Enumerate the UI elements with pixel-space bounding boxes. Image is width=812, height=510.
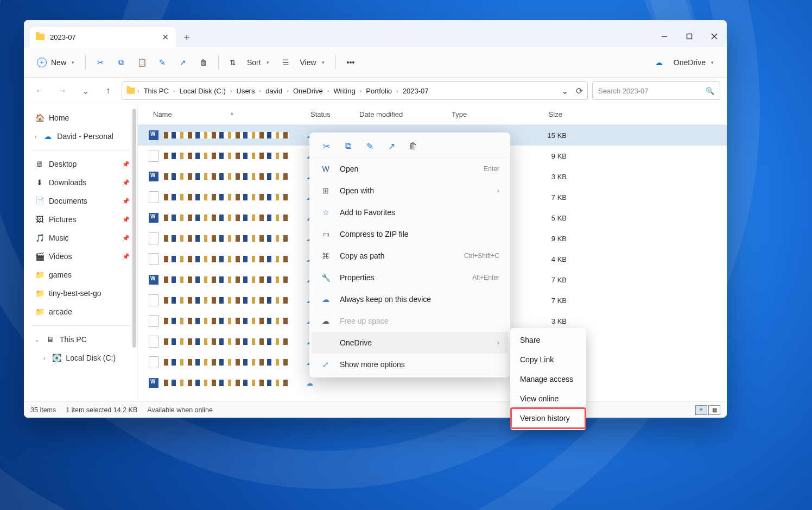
sidebar-item-tiny-best-set-go[interactable]: 📁tiny-best-set-go (31, 284, 130, 303)
forward-button[interactable]: → (53, 81, 72, 100)
breadcrumb-segment[interactable]: This PC (142, 86, 171, 96)
column-status[interactable]: Status (306, 110, 355, 118)
word-doc-icon (149, 130, 158, 140)
view-icon: ☰ (282, 58, 289, 67)
tab-active[interactable]: 2023-07 ✕ (29, 27, 176, 47)
ctx-open-with[interactable]: ⊞Open with› (312, 180, 508, 202)
close-window-button[interactable] (702, 26, 727, 47)
column-name[interactable]: Name (149, 110, 306, 118)
cloud-icon: ☁ (655, 58, 663, 67)
new-tab-button[interactable]: ＋ (176, 27, 198, 47)
address-bar[interactable]: › This PC› Local Disk (C:)› Users› david… (122, 81, 588, 100)
copy-button[interactable]: ⧉ (112, 53, 130, 72)
sidebar-item-arcade[interactable]: 📁arcade (31, 303, 130, 321)
onedrive-submenu: ShareCopy LinkManage accessView onlineVe… (510, 328, 586, 430)
submenu-view-online[interactable]: View online (512, 389, 584, 408)
sidebar-scrollbar[interactable] (132, 109, 136, 348)
redacted-filename (164, 235, 289, 242)
file-icon (149, 356, 158, 368)
sidebar-this-pc[interactable]: ⌄🖥This PC (31, 330, 130, 349)
ctx-compress-zip[interactable]: ▭Compress to ZIP file (312, 223, 508, 245)
sidebar-item-music[interactable]: 🎵Music📌 (31, 229, 130, 247)
star-icon: ☆ (320, 208, 331, 217)
sidebar-personal[interactable]: ›☁David - Personal (31, 127, 130, 146)
delete-icon[interactable]: 🗑 (407, 140, 419, 152)
submenu-manage-access[interactable]: Manage access (512, 369, 584, 389)
column-type[interactable]: Type (447, 110, 523, 118)
breadcrumb-segment[interactable]: david (263, 86, 284, 96)
ctx-open[interactable]: WOpenEnter (312, 158, 508, 180)
search-input[interactable]: Search 2023-07 🔍 (592, 81, 720, 100)
ctx-add-favorites[interactable]: ☆Add to Favorites (312, 202, 508, 223)
sidebar-item-downloads[interactable]: ⬇Downloads📌 (31, 173, 130, 192)
up-button[interactable]: ↑ (99, 81, 117, 100)
breadcrumb-segment[interactable]: Local Disk (C:) (177, 86, 228, 96)
sidebar-item-documents[interactable]: 📄Documents📌 (31, 192, 130, 210)
rename-icon[interactable]: ✎ (364, 140, 376, 152)
ctx-free-space: ☁Free up space (312, 310, 508, 332)
share-icon[interactable]: ↗ (385, 140, 397, 152)
submenu-share[interactable]: Share (512, 330, 584, 350)
ctx-properties[interactable]: 🔧PropertiesAlt+Enter (312, 267, 508, 288)
name-cell (149, 356, 306, 368)
recent-dropdown[interactable]: ⌄ (76, 81, 94, 100)
breadcrumb-segment[interactable]: Portfolio (364, 86, 394, 96)
file-icon (149, 336, 158, 348)
cut-icon[interactable]: ✂ (320, 140, 332, 152)
rename-button[interactable]: ✎ (153, 53, 172, 72)
address-dropdown-icon[interactable]: ⌄ (561, 86, 568, 96)
columns-header[interactable]: Name Status Date modified Type Size (138, 104, 727, 125)
sidebar-home[interactable]: 🏠Home (31, 109, 130, 127)
breadcrumb-segment[interactable]: Users (234, 86, 257, 96)
details-view-button[interactable]: ≡ (695, 405, 707, 415)
word-doc-icon (149, 172, 158, 181)
new-button[interactable]: + New▾ (31, 53, 80, 72)
minimize-button[interactable] (652, 26, 677, 47)
file-icon (149, 150, 158, 162)
submenu-copy-link[interactable]: Copy Link (512, 350, 584, 369)
sidebar-item-pictures[interactable]: 🖼Pictures📌 (31, 210, 130, 229)
size-cell: 15 KB (523, 131, 567, 140)
cut-button[interactable]: ✂ (91, 53, 110, 72)
submenu-version-history[interactable]: Version history (512, 408, 584, 428)
name-cell (149, 294, 306, 306)
view-toggle[interactable]: ≡ ▦ (695, 405, 720, 415)
back-button[interactable]: ← (30, 81, 49, 100)
column-size[interactable]: Size (523, 110, 567, 118)
copy-icon[interactable]: ⧉ (342, 140, 354, 152)
sidebar-item-desktop[interactable]: 🖥Desktop📌 (31, 155, 130, 173)
maximize-button[interactable] (677, 26, 702, 47)
column-date-modified[interactable]: Date modified (355, 110, 447, 118)
sort-button[interactable]: ⇅ Sort▾ (224, 53, 275, 72)
name-cell (149, 150, 306, 162)
view-button[interactable]: ☰ View▾ (277, 53, 330, 72)
ctx-keep-device[interactable]: ☁Always keep on this device (312, 288, 508, 310)
ctx-copy-path[interactable]: ⌘Copy as pathCtrl+Shift+C (312, 245, 508, 267)
ctx-onedrive[interactable]: OneDrive› (312, 332, 508, 354)
thumbnails-view-button[interactable]: ▦ (708, 405, 720, 415)
breadcrumb-segment[interactable]: OneDrive (291, 86, 325, 96)
breadcrumb-segment[interactable]: 2023-07 (401, 86, 431, 96)
pin-icon: 📌 (122, 235, 130, 242)
tab-close-button[interactable]: ✕ (161, 32, 169, 42)
status-bar: 35 items 1 item selected 14.2 KB Availab… (24, 401, 727, 418)
pin-icon: 📌 (122, 198, 130, 205)
onedrive-button[interactable]: ☁ OneDrive▾ (650, 53, 719, 72)
sort-icon: ⇅ (230, 58, 236, 67)
share-button[interactable]: ↗ (174, 53, 192, 72)
sidebar-local-disk[interactable]: ›💽Local Disk (C:) (31, 349, 130, 367)
more-button[interactable]: ••• (341, 53, 360, 72)
refresh-button[interactable]: ⟳ (576, 86, 583, 96)
monitor-icon: 🖥 (46, 335, 55, 344)
folder-icon: 🎵 (35, 234, 45, 242)
ctx-show-more[interactable]: ⤢Show more options (312, 354, 508, 375)
sidebar-item-games[interactable]: 📁games (31, 266, 130, 284)
redacted-filename (164, 153, 289, 159)
delete-button[interactable]: 🗑 (194, 53, 213, 72)
pin-icon: 📌 (122, 161, 130, 168)
breadcrumb-segment[interactable]: Writing (331, 86, 357, 96)
word-doc-icon (149, 378, 158, 388)
size-cell: 9 KB (523, 152, 567, 160)
sidebar-item-videos[interactable]: 🎬Videos📌 (31, 247, 130, 266)
paste-button[interactable]: 📋 (132, 53, 151, 72)
